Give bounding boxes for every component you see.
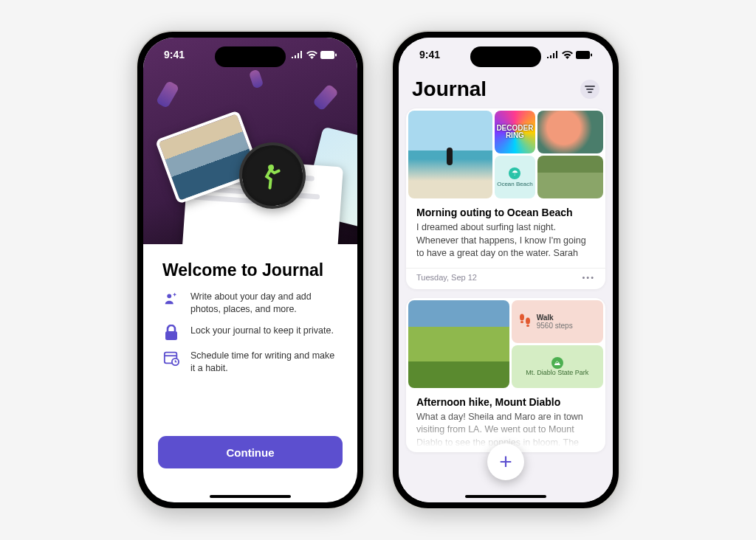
status-time: 9:41 — [419, 49, 440, 60]
home-indicator[interactable] — [210, 495, 291, 498]
plus-icon: + — [499, 449, 512, 474]
filter-button[interactable] — [580, 80, 599, 99]
calendar-clock-icon — [162, 350, 180, 375]
page-title: Journal — [412, 77, 487, 101]
footsteps-icon — [518, 313, 532, 330]
dynamic-island — [470, 46, 541, 67]
svg-point-13 — [520, 314, 524, 320]
entry-media-grid: DECODER RING ☂ Ocean Beach — [406, 108, 605, 201]
entry-more-button[interactable]: ••• — [582, 273, 595, 282]
status-indicators — [547, 51, 592, 59]
feature-text: Write about your day and add photos, pla… — [190, 291, 338, 316]
phone-journal-list: 9:41 Journal DECODER RING — [391, 30, 620, 510]
home-indicator[interactable] — [465, 495, 546, 498]
feature-text: Schedule time for writing and make it a … — [190, 350, 338, 375]
tree-pin-icon: ⛰ — [551, 357, 563, 369]
activity-steps: 9560 steps — [537, 322, 573, 330]
svg-point-15 — [526, 317, 530, 324]
photo-shell[interactable] — [537, 111, 603, 153]
battery-icon — [576, 51, 592, 59]
svg-rect-0 — [320, 51, 334, 59]
svg-point-16 — [526, 324, 529, 326]
svg-rect-4 — [165, 331, 177, 340]
journal-entry[interactable]: DECODER RING ☂ Ocean Beach Morning outin… — [406, 108, 605, 289]
cellular-icon — [547, 51, 559, 58]
entry-date: Tuesday, Sep 12 — [416, 273, 477, 282]
activity-tile[interactable]: Walk 9560 steps — [512, 300, 603, 343]
svg-rect-9 — [591, 53, 592, 56]
journal-entry[interactable]: Walk 9560 steps ⛰ Mt. Diablo State Park … — [406, 298, 605, 453]
svg-point-14 — [520, 320, 523, 322]
wifi-icon — [306, 51, 317, 59]
filter-lines-icon — [585, 86, 595, 93]
fitness-icon — [256, 159, 289, 192]
dynamic-island — [215, 46, 286, 67]
continue-button[interactable]: Continue — [158, 436, 343, 468]
cellular-icon — [292, 51, 303, 58]
entry-title: Morning outing to Ocean Beach — [416, 207, 595, 218]
photo-beach[interactable] — [408, 111, 492, 198]
phone-welcome: 9:41 ☂ Welcome to Journal — [136, 30, 365, 510]
svg-rect-1 — [335, 53, 337, 56]
new-entry-button[interactable]: + — [487, 443, 524, 480]
wifi-icon — [562, 51, 573, 59]
welcome-title: Welcome to Journal — [162, 260, 338, 280]
feature-write: Write about your day and add photos, pla… — [162, 291, 338, 316]
feature-text: Lock your journal to keep it private. — [190, 325, 334, 341]
feature-schedule: Schedule time for writing and make it a … — [162, 350, 338, 375]
status-time: 9:41 — [164, 49, 185, 60]
person-sparkle-icon — [162, 291, 180, 316]
svg-rect-8 — [576, 51, 590, 59]
entry-title: Afternoon hike, Mount Diablo — [416, 396, 595, 408]
battery-icon — [320, 51, 337, 59]
feature-lock: Lock your journal to keep it private. — [162, 325, 338, 341]
photo-road[interactable] — [537, 156, 603, 198]
lock-icon — [162, 325, 180, 341]
entry-media-grid: Walk 9560 steps ⛰ Mt. Diablo State Park — [406, 298, 605, 390]
location-tile[interactable]: ☂ Ocean Beach — [495, 156, 535, 198]
entry-text: I dreamed about surfing last night. When… — [416, 221, 595, 260]
umbrella-pin-icon: ☂ — [509, 167, 520, 179]
podcast-tile[interactable]: DECODER RING — [495, 111, 535, 153]
status-indicators — [292, 51, 337, 59]
photo-meadow[interactable] — [408, 300, 509, 388]
park-tile[interactable]: ⛰ Mt. Diablo State Park — [512, 345, 603, 388]
svg-point-3 — [167, 294, 171, 298]
activity-label: Walk — [537, 314, 554, 322]
map-pin-icon: ☂ — [357, 149, 357, 169]
